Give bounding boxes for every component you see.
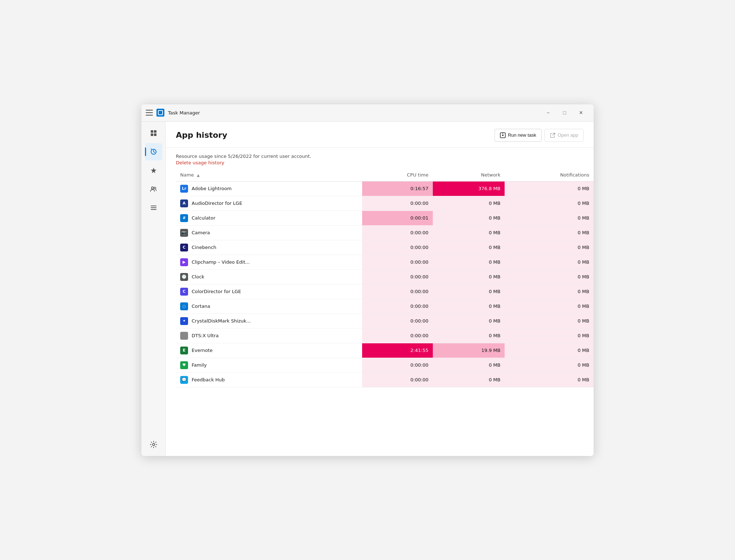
title-bar-left: Task Manager: [146, 109, 540, 117]
table-header-row: Name ▲ CPU time Network Notifications: [176, 169, 594, 182]
open-app-button[interactable]: Open app: [544, 129, 584, 142]
network-cell: 0 MB: [433, 255, 505, 269]
hamburger-menu-icon[interactable]: [146, 109, 153, 116]
app-icon-inner: [158, 110, 163, 115]
sidebar-item-details[interactable]: [145, 199, 162, 216]
network-cell: 0 MB: [433, 211, 505, 225]
app-name-cell: 💬Feedback Hub: [176, 373, 362, 387]
table-row[interactable]: #Calculator0:00:010 MB0 MB: [176, 211, 594, 225]
table-row[interactable]: AAudioDirector for LGE0:00:000 MB0 MB: [176, 196, 594, 211]
app-name-label: Feedback Hub: [192, 377, 225, 382]
app-name-label: DTS:X Ultra: [192, 333, 219, 338]
notifications-cell: 0 MB: [505, 225, 594, 240]
app-name-label: Evernote: [192, 348, 212, 353]
table-row[interactable]: ○Cortana0:00:000 MB0 MB: [176, 299, 594, 314]
svg-rect-0: [151, 130, 153, 133]
app-name-cell: #Calculator: [176, 211, 362, 225]
sidebar-item-settings[interactable]: [145, 436, 162, 453]
content-header: App history Run new task: [166, 122, 594, 148]
cpu-time-cell: 0:00:00: [362, 284, 433, 299]
cpu-time-cell: 0:00:00: [362, 196, 433, 211]
sidebar-item-users[interactable]: [145, 180, 162, 198]
main-layout: App history Run new task: [141, 122, 594, 456]
table-row[interactable]: CColorDirector for LGE0:00:000 MB0 MB: [176, 284, 594, 299]
table-row[interactable]: CCinebench0:00:000 MB0 MB: [176, 240, 594, 255]
app-name-label: Clock: [192, 274, 204, 279]
sidebar-item-app-history[interactable]: [145, 143, 162, 160]
app-icon: ▶: [180, 258, 188, 266]
app-name-label: Cinebench: [192, 245, 216, 250]
column-notifications[interactable]: Notifications: [505, 169, 594, 182]
minimize-button[interactable]: −: [540, 106, 556, 119]
app-history-icon: [150, 148, 157, 155]
cpu-time-cell: 0:00:00: [362, 225, 433, 240]
app-history-table-container[interactable]: Name ▲ CPU time Network Notifications Lr…: [166, 169, 594, 456]
app-name-cell: ○Cortana: [176, 299, 362, 314]
svg-rect-1: [154, 130, 156, 133]
app-icon: 📷: [180, 229, 188, 237]
app-icon: [156, 109, 164, 117]
column-network[interactable]: Network: [433, 169, 505, 182]
close-button[interactable]: ✕: [573, 106, 589, 119]
table-row[interactable]: ♥Family0:00:000 MB0 MB: [176, 358, 594, 372]
app-name-label: ColorDirector for LGE: [192, 289, 241, 294]
app-icon: 🕐: [180, 273, 188, 281]
column-cpu[interactable]: CPU time: [362, 169, 433, 182]
column-name[interactable]: Name ▲: [176, 169, 362, 182]
cpu-time-cell: 0:00:00: [362, 269, 433, 284]
cpu-time-cell: 0:00:01: [362, 211, 433, 225]
network-cell: 0 MB: [433, 299, 505, 314]
table-row[interactable]: DTS:X Ultra0:00:000 MB0 MB: [176, 328, 594, 343]
notifications-cell: 0 MB: [505, 372, 594, 387]
notifications-cell: 0 MB: [505, 358, 594, 372]
run-new-task-button[interactable]: Run new task: [495, 129, 542, 142]
notifications-cell: 0 MB: [505, 314, 594, 328]
table-row[interactable]: 🕐Clock0:00:000 MB0 MB: [176, 269, 594, 284]
table-row[interactable]: ▶Clipchamp – Video Edit...0:00:000 MB0 M…: [176, 255, 594, 269]
svg-rect-2: [151, 133, 153, 136]
app-icon: C: [180, 244, 188, 251]
notifications-cell: 0 MB: [505, 240, 594, 255]
table-row[interactable]: ✦CrystalDiskMark Shizuk...0:00:000 MB0 M…: [176, 314, 594, 328]
app-icon: Lr: [180, 185, 188, 193]
notifications-cell: 0 MB: [505, 284, 594, 299]
title-bar: Task Manager − □ ✕: [141, 104, 594, 122]
table-row[interactable]: 📷Camera0:00:000 MB0 MB: [176, 225, 594, 240]
notifications-cell: 0 MB: [505, 343, 594, 358]
app-name-label: AudioDirector for LGE: [192, 201, 242, 206]
delete-usage-history-link[interactable]: Delete usage history: [176, 160, 224, 165]
app-name-cell: 📷Camera: [176, 226, 362, 240]
cpu-time-cell: 0:00:00: [362, 240, 433, 255]
app-name-cell: CCinebench: [176, 240, 362, 255]
notifications-cell: 0 MB: [505, 196, 594, 211]
network-cell: 0 MB: [433, 328, 505, 343]
app-icon: E: [180, 347, 188, 354]
open-app-icon: [550, 132, 556, 138]
table-row[interactable]: 💬Feedback Hub0:00:000 MB0 MB: [176, 372, 594, 387]
table-row[interactable]: LrAdobe Lightroom0:16:57376.8 MB0 MB: [176, 181, 594, 196]
app-icon: A: [180, 199, 188, 207]
notifications-cell: 0 MB: [505, 255, 594, 269]
efficiency-icon: [150, 167, 157, 174]
app-icon: ♥: [180, 361, 188, 369]
cpu-time-cell: 0:00:00: [362, 328, 433, 343]
maximize-button[interactable]: □: [556, 106, 573, 119]
sidebar-item-efficiency[interactable]: [145, 162, 162, 179]
network-cell: 0 MB: [433, 372, 505, 387]
table-row[interactable]: EEvernote2:41:5519.9 MB0 MB: [176, 343, 594, 358]
app-name-cell: ▶Clipchamp – Video Edit...: [176, 255, 362, 269]
app-name-cell: DTS:X Ultra: [176, 329, 362, 343]
settings-icon: [150, 441, 157, 448]
window-title: Task Manager: [168, 110, 200, 116]
network-cell: 0 MB: [433, 240, 505, 255]
network-cell: 0 MB: [433, 314, 505, 328]
app-name-cell: 🕐Clock: [176, 270, 362, 284]
performance-icon: [150, 130, 157, 137]
network-cell: 19.9 MB: [433, 343, 505, 358]
app-name-cell: EEvernote: [176, 343, 362, 358]
network-cell: 376.8 MB: [433, 181, 505, 196]
window-controls: − □ ✕: [540, 106, 589, 119]
sidebar-item-performance[interactable]: [145, 124, 162, 142]
cpu-time-cell: 0:00:00: [362, 299, 433, 314]
app-name-label: CrystalDiskMark Shizuk...: [192, 318, 251, 324]
